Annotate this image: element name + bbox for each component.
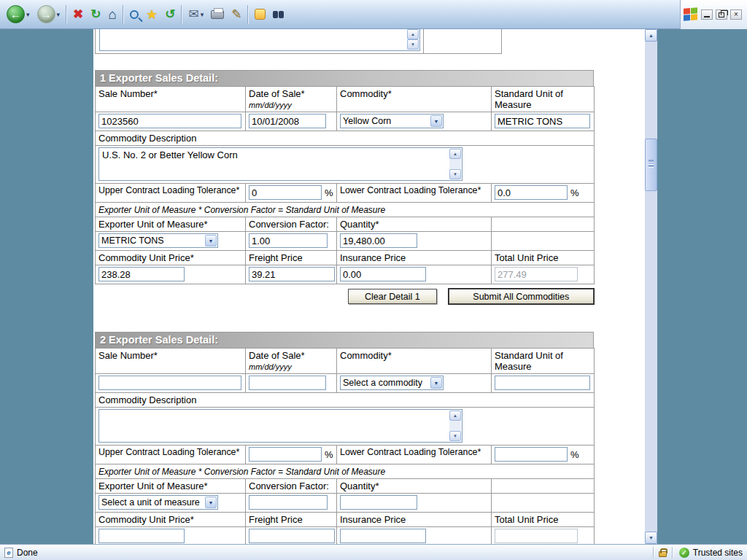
mail-dropdown-icon[interactable]: ▾ <box>201 11 204 18</box>
back-button[interactable]: ← ▾ <box>3 3 34 26</box>
edit-button[interactable]: ✎ <box>228 3 245 26</box>
forward-button[interactable]: → ▾ <box>34 3 64 26</box>
conversion-note: Exporter Unit of Measure * Conversion Fa… <box>96 464 595 479</box>
freight-price-input[interactable] <box>249 267 335 281</box>
scroll-down-icon[interactable]: ▼ <box>449 169 461 179</box>
edit-icon: ✎ <box>231 8 241 20</box>
quantity-input[interactable] <box>340 233 417 248</box>
scroll-up-icon[interactable]: ▲ <box>407 29 419 39</box>
stop-icon: ✖ <box>73 8 83 20</box>
history-button[interactable]: ↺ <box>161 3 179 26</box>
upper-tolerance-input[interactable] <box>249 185 322 200</box>
quantity-input[interactable] <box>340 495 417 510</box>
upper-tolerance-input[interactable] <box>249 447 322 462</box>
home-button[interactable]: ⌂ <box>105 3 120 26</box>
mail-button[interactable]: ✉ ▾ <box>185 3 207 26</box>
commodity-select[interactable]: Yellow Corn ▼ <box>340 114 444 128</box>
vertical-scrollbar[interactable]: ▲ ▼ <box>645 29 657 544</box>
favorites-button[interactable]: ★ <box>142 3 161 26</box>
chevron-down-icon: ▼ <box>430 115 442 127</box>
minimize-icon <box>704 12 710 18</box>
scroll-up-icon[interactable]: ▲ <box>449 149 461 159</box>
restore-button[interactable] <box>716 9 727 20</box>
windows-logo-icon <box>684 7 698 22</box>
back-dropdown-icon[interactable]: ▾ <box>26 11 30 18</box>
history-icon: ↺ <box>165 8 175 20</box>
standard-unit-input[interactable] <box>495 114 590 128</box>
commodity-description-textarea[interactable]: U.S. No. 2 or Better Yellow Corn ▲ ▼ <box>98 147 462 181</box>
scroll-up-icon[interactable]: ▲ <box>449 411 461 421</box>
stop-button[interactable]: ✖ <box>69 3 87 26</box>
standard-unit-input[interactable] <box>495 376 590 390</box>
print-button[interactable] <box>207 3 228 26</box>
sale-number-label: Sale Number* <box>96 349 246 374</box>
search-icon <box>130 10 139 19</box>
browser-toolbar: ← ▾ → ▾ ✖ ↻ ⌂ ★ ↺ ✉ ▾ ✎ × <box>0 0 747 29</box>
window-controls: × <box>680 0 747 29</box>
page-viewport: ▲ ▼ 1 Exporter Sales Detail: Sale Number… <box>0 29 747 544</box>
search-button[interactable] <box>126 3 142 26</box>
textarea-scrollbar[interactable]: ▲ ▼ <box>407 29 419 50</box>
section-1-buttons: Clear Detail 1 Submit All Commodities <box>348 289 594 304</box>
scroll-down-icon[interactable]: ▼ <box>449 431 461 441</box>
lower-tolerance-label: Lower Contract Loading Tolerance* <box>337 446 492 464</box>
freight-price-label: Freight Price <box>246 251 337 265</box>
insurance-price-input[interactable] <box>340 267 426 281</box>
total-unit-price-label: Total Unit Price <box>492 513 595 527</box>
submit-all-commodities-button[interactable]: Submit All Commodities <box>449 289 594 304</box>
refresh-icon: ↻ <box>90 8 101 20</box>
section-1-table: Sale Number* Date of Sale*mm/dd/yyyy Com… <box>95 86 595 284</box>
forward-dropdown-icon[interactable]: ▾ <box>57 11 61 18</box>
minimize-button[interactable] <box>701 9 713 20</box>
toolbar-separator <box>247 5 249 24</box>
scrollbar-thumb[interactable] <box>645 139 657 191</box>
sale-number-input[interactable] <box>98 376 241 390</box>
cutoff-textarea[interactable]: ▲ ▼ <box>99 29 420 51</box>
messenger-icon <box>255 9 266 20</box>
date-of-sale-input[interactable] <box>249 376 326 390</box>
standard-unit-label: Standard Unit of Measure <box>492 349 595 374</box>
textarea-scrollbar[interactable]: ▲ ▼ <box>449 411 461 441</box>
date-of-sale-input[interactable] <box>249 114 326 128</box>
commodity-unit-price-input[interactable] <box>98 529 185 543</box>
research-icon <box>273 11 284 18</box>
insurance-price-input[interactable] <box>340 529 426 543</box>
conversion-factor-input[interactable] <box>249 495 328 510</box>
sale-number-input[interactable] <box>98 114 241 128</box>
section-2-header: 2 Exporter Sales Detail: <box>95 332 594 348</box>
exporter-unit-select[interactable]: Select a unit of measure ▼ <box>98 495 218 510</box>
commodity-description-label: Commodity Description <box>96 393 595 408</box>
scrollbar-up-button[interactable]: ▲ <box>645 29 657 42</box>
lower-tolerance-input[interactable] <box>495 185 568 200</box>
close-button[interactable]: × <box>730 9 742 20</box>
messenger-button[interactable] <box>251 3 269 26</box>
home-icon: ⌂ <box>109 7 117 21</box>
conversion-factor-input[interactable] <box>249 233 328 248</box>
scrollbar-down-button[interactable]: ▼ <box>645 532 657 544</box>
scroll-down-icon[interactable]: ▼ <box>407 39 419 50</box>
exporter-unit-label: Exporter Unit of Measure* <box>96 217 246 232</box>
forward-icon: → <box>37 5 55 23</box>
section-1-header: 1 Exporter Sales Detail: <box>95 70 594 86</box>
total-unit-price-input <box>495 267 578 281</box>
textarea-scrollbar[interactable]: ▲ ▼ <box>449 149 461 179</box>
exporter-unit-select[interactable]: METRIC TONS ▼ <box>98 233 218 248</box>
freight-price-input[interactable] <box>249 529 335 543</box>
favorites-icon: ★ <box>146 8 158 21</box>
back-icon: ← <box>7 5 25 23</box>
security-zone-icon: ✓ <box>679 548 689 558</box>
refresh-button[interactable]: ↻ <box>87 3 104 26</box>
quantity-label: Quantity* <box>337 217 492 232</box>
commodity-unit-price-input[interactable] <box>98 267 185 281</box>
statusbar-separator <box>672 547 673 559</box>
commodity-description-textarea[interactable]: ▲ ▼ <box>98 409 462 443</box>
lower-tolerance-input[interactable] <box>495 447 568 462</box>
commodity-label: Commodity* <box>337 349 492 374</box>
research-button[interactable] <box>269 3 287 26</box>
clear-detail-button[interactable]: Clear Detail 1 <box>348 289 437 304</box>
insurance-price-label: Insurance Price <box>337 513 492 527</box>
chevron-down-icon: ▼ <box>205 497 217 508</box>
commodity-select[interactable]: Select a commodity ▼ <box>340 376 444 390</box>
upper-tolerance-label: Upper Contract Loading Tolerance* <box>96 184 246 203</box>
conversion-factor-label: Conversion Factor: <box>246 479 337 494</box>
